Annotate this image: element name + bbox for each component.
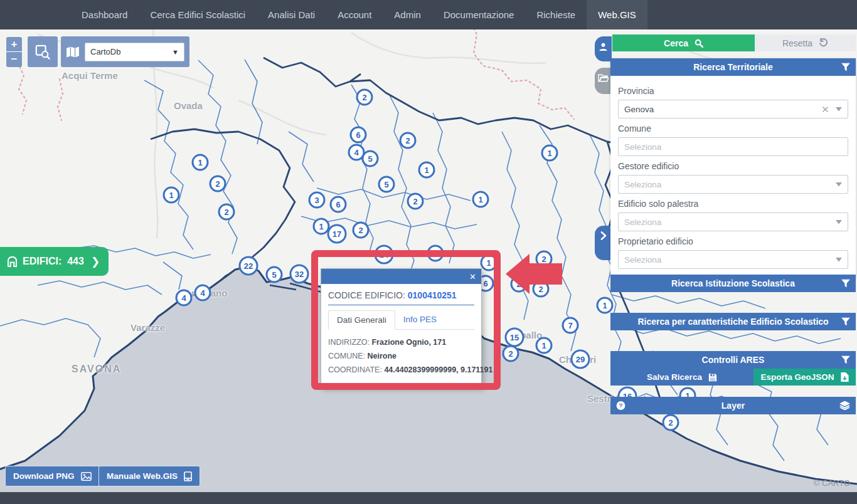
cluster-marker[interactable]: 2 bbox=[511, 276, 528, 293]
select-gestore-edificio[interactable]: Seleziona bbox=[618, 175, 848, 194]
cluster-marker[interactable]: 6 bbox=[330, 196, 347, 213]
nav-item-account[interactable]: Account bbox=[326, 0, 383, 29]
image-icon bbox=[81, 472, 92, 481]
cluster-marker[interactable]: 2 bbox=[407, 193, 424, 210]
manuale-webgis-button[interactable]: Manuale Web.GIS bbox=[98, 466, 200, 486]
filter-icon bbox=[841, 356, 850, 364]
cluster-marker[interactable]: 1 bbox=[418, 162, 435, 179]
export-icon bbox=[841, 372, 849, 382]
section-header-layer[interactable]: ?Layer bbox=[610, 397, 856, 414]
city-label: Varazze bbox=[130, 322, 165, 333]
cluster-marker[interactable]: 29 bbox=[571, 350, 590, 369]
ricerca-territoriale-header[interactable]: Ricerca Territoriale bbox=[610, 58, 856, 76]
caret-down-icon bbox=[836, 220, 842, 224]
cluster-marker[interactable]: 2 bbox=[503, 345, 519, 362]
side-tab-folder[interactable] bbox=[595, 68, 612, 94]
salva-ricerca-button[interactable]: Salva Ricerca bbox=[610, 369, 753, 386]
nav-item-dashboard[interactable]: Dashboard bbox=[70, 0, 139, 29]
nav-item-analisi-dati[interactable]: Analisi Dati bbox=[257, 0, 326, 29]
nav-item-web-gis[interactable]: Web.GIS bbox=[587, 0, 647, 29]
input-comune[interactable]: Seleziona bbox=[618, 137, 848, 156]
side-tab-user[interactable] bbox=[595, 36, 612, 61]
cluster-marker[interactable]: 1 bbox=[192, 154, 209, 171]
close-icon[interactable]: ✕ bbox=[469, 273, 476, 281]
sidebar-actions-row: Salva RicercaEsporta GeoJSON bbox=[610, 369, 856, 386]
cluster-marker[interactable]: 5 bbox=[427, 245, 444, 262]
cluster-marker[interactable]: 4 bbox=[194, 285, 211, 302]
edifici-count-badge[interactable]: EDIFICI: 443 ❯ bbox=[0, 247, 109, 276]
nav-item-documentazione[interactable]: Documentazione bbox=[432, 0, 526, 29]
esporta-geojson-button[interactable]: Esporta GeoJSON bbox=[753, 369, 856, 386]
select-proprietario-edificio[interactable]: Seleziona bbox=[618, 250, 848, 269]
cluster-marker[interactable]: 3 bbox=[309, 192, 326, 209]
cluster-marker[interactable]: 2 bbox=[356, 89, 373, 106]
layers-icon bbox=[839, 401, 850, 411]
cluster-marker[interactable]: 1 bbox=[541, 145, 558, 162]
search-icon bbox=[695, 39, 703, 48]
cluster-marker[interactable]: 2 bbox=[400, 132, 417, 149]
book-icon bbox=[184, 471, 192, 481]
cluster-marker[interactable]: 4 bbox=[176, 290, 193, 307]
download-png-label: Download PNG bbox=[13, 471, 75, 481]
clear-x-icon[interactable] bbox=[822, 107, 828, 112]
chevron-down-icon: ▼ bbox=[172, 48, 179, 56]
cluster-marker[interactable]: 5 bbox=[378, 176, 395, 193]
popup-code-label: CODICE EDIFICIO: bbox=[328, 290, 405, 300]
zoom-in-button[interactable]: + bbox=[6, 37, 22, 52]
cluster-marker[interactable]: 32 bbox=[290, 265, 309, 284]
popup-field: INDIRIZZO: Frazione Ognio, 171 bbox=[328, 338, 474, 347]
section-header-ricerca-istituzione-scolastica[interactable]: Ricerca Istituzione Scolastica bbox=[610, 275, 856, 292]
select-provincia[interactable]: Genova bbox=[618, 100, 848, 118]
cluster-marker[interactable]: 2 bbox=[536, 251, 553, 268]
download-png-button[interactable]: Download PNG bbox=[5, 466, 100, 486]
section-title: Ricerca per caratteristiche Edificio Sco… bbox=[610, 317, 856, 327]
zoom-out-button[interactable]: − bbox=[6, 52, 22, 67]
help-icon[interactable]: ? bbox=[616, 401, 625, 411]
cluster-marker[interactable]: 5 bbox=[266, 266, 283, 283]
resetta-button[interactable]: Resetta bbox=[755, 34, 856, 51]
popup-tab-dati-generali[interactable]: Dati Generali bbox=[328, 310, 395, 330]
cluster-marker[interactable]: 1 bbox=[481, 255, 498, 271]
nav-item-richieste[interactable]: Richieste bbox=[525, 0, 587, 29]
cluster-marker[interactable]: 7 bbox=[562, 317, 579, 334]
section-header-ricerca-per-caratteristiche-edificio-scolastico[interactable]: Ricerca per caratteristiche Edificio Sco… bbox=[610, 313, 856, 330]
popup-code-value[interactable]: 0100410251 bbox=[408, 290, 457, 300]
popup-tab-info-pes[interactable]: Info PES bbox=[395, 310, 445, 329]
nav-item-cerca-edifici-scolastici[interactable]: Cerca Edifici Scolastici bbox=[139, 0, 257, 29]
field-label-proprietario-edificio: Proprietario edificio bbox=[618, 236, 848, 246]
filter-icon bbox=[841, 63, 850, 71]
map-attribution[interactable]: © CARTO bbox=[814, 478, 850, 488]
cluster-marker[interactable]: 1 bbox=[472, 191, 489, 208]
basemap-control: CartoDb ▼ bbox=[61, 36, 189, 67]
nav-item-admin[interactable]: Admin bbox=[383, 0, 432, 29]
field-label-gestore-edificio: Gestore edificio bbox=[618, 161, 848, 171]
side-tab-chevron-right[interactable] bbox=[595, 226, 612, 260]
cluster-marker[interactable]: 15 bbox=[505, 328, 524, 347]
svg-text:?: ? bbox=[619, 402, 622, 409]
cluster-marker[interactable]: 2 bbox=[353, 222, 370, 239]
cluster-marker[interactable]: 1 bbox=[163, 187, 180, 204]
reset-icon bbox=[819, 38, 828, 48]
box-zoom-button[interactable] bbox=[28, 36, 58, 67]
cluster-marker[interactable]: 2 bbox=[218, 204, 235, 221]
filter-icon bbox=[841, 318, 850, 326]
zoom-controls: + − bbox=[6, 37, 22, 67]
section-header-controlli-ares[interactable]: Controlli ARES bbox=[610, 351, 856, 369]
cluster-marker[interactable]: 6 bbox=[350, 127, 367, 144]
city-label: SAVONA bbox=[72, 364, 121, 375]
action-label: Esporta GeoJSON bbox=[760, 372, 834, 382]
basemap-select[interactable]: CartoDb ▼ bbox=[85, 43, 184, 61]
cluster-marker[interactable]: 24 bbox=[375, 245, 394, 265]
field-label-comune: Comune bbox=[618, 123, 848, 134]
cluster-marker[interactable]: 22 bbox=[239, 256, 258, 276]
action-label: Salva Ricerca bbox=[647, 372, 702, 382]
cerca-button[interactable]: Cerca bbox=[612, 34, 755, 51]
cluster-marker[interactable]: 5 bbox=[362, 150, 379, 167]
cluster-marker[interactable]: 2 bbox=[663, 414, 679, 431]
cluster-marker[interactable]: 2 bbox=[210, 176, 226, 192]
cluster-marker[interactable]: 2 bbox=[533, 281, 550, 298]
cluster-marker[interactable]: 1 bbox=[597, 297, 614, 314]
select-edificio-solo-palestra[interactable]: Seleziona bbox=[618, 213, 848, 231]
cluster-marker[interactable]: 17 bbox=[327, 224, 347, 244]
cluster-marker[interactable]: 1 bbox=[536, 337, 553, 354]
